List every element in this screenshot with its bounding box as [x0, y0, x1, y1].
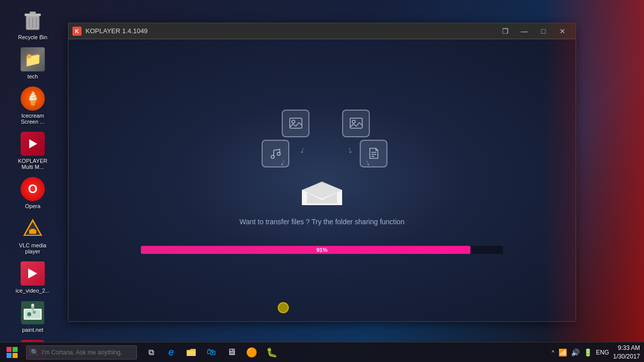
svg-point-24 [271, 155, 274, 158]
close-button[interactable]: ✕ [553, 24, 572, 38]
maximize-icon: □ [541, 27, 545, 35]
app-red-taskbar-icon[interactable]: 🐛 [263, 343, 281, 361]
svg-point-25 [277, 152, 280, 155]
edge-taskbar-icon[interactable]: e [162, 343, 180, 361]
svg-rect-34 [7, 353, 12, 358]
desktop-icons-area: Recycle Bin 📁 tech 🍦 Icecream Screen ... [0, 0, 65, 362]
restore-icon: ❐ [502, 27, 509, 35]
inbox-box [299, 172, 345, 208]
recycle-bin-icon [21, 8, 45, 32]
svg-rect-20 [290, 118, 302, 128]
photo-icon-2 [342, 110, 370, 137]
app-red-icon: 🐛 [266, 347, 277, 358]
search-input[interactable] [42, 349, 132, 356]
clock-date: 1/30/2017 [613, 352, 640, 361]
svg-rect-35 [13, 353, 18, 358]
desktop-icon-recycle-bin[interactable]: Recycle Bin [10, 5, 55, 43]
ice-video-icon [21, 261, 45, 286]
desktop-icon-icecream[interactable]: 🍦 Icecream Screen ... [10, 83, 55, 128]
svg-rect-2 [30, 12, 36, 14]
svg-point-15 [27, 312, 31, 316]
tray-chevron[interactable]: ^ [551, 349, 554, 355]
tech-label: tech [28, 73, 38, 79]
svg-marker-6 [29, 139, 37, 148]
taskbar: 🔍 ⧉ e 🛍 🖥 � [0, 342, 644, 362]
window-content: ↓ ↓ ↓ ↓ Want to transfer f [68, 39, 576, 321]
system-icon: 🖥 [227, 347, 236, 357]
svg-rect-33 [13, 347, 18, 352]
icecream-icon: 🍦 [21, 86, 45, 111]
search-icon: 🔍 [31, 348, 39, 356]
icecream-label: Icecream Screen ... [14, 113, 51, 125]
app-orange-taskbar-icon[interactable]: 🟠 [243, 343, 261, 361]
folder-icon [186, 347, 197, 358]
svg-point-23 [352, 120, 355, 123]
clock-time: 9:33 AM [613, 344, 640, 352]
svg-marker-11 [28, 268, 37, 279]
edge-icon: e [168, 346, 174, 358]
ice-video-label: ice_video_2... [16, 288, 50, 294]
koplayer-window-icon: K [72, 27, 82, 36]
minimize-icon: — [521, 27, 528, 35]
svg-rect-9 [29, 230, 36, 234]
arrow-1: ↓ [299, 144, 306, 156]
desktop-icon-opera[interactable]: O Opera [10, 174, 55, 212]
task-view-icon: ⧉ [148, 348, 154, 357]
koplayer-window: K KOPLAYER 1.4.1049 ❐ — □ ✕ [68, 23, 576, 322]
progress-label: 91% [316, 247, 328, 253]
progress-bar [141, 246, 470, 254]
vlc-icon [21, 216, 45, 240]
store-taskbar-icon[interactable]: 🛍 [202, 343, 220, 361]
koplayer-multi-icon [21, 132, 45, 156]
store-icon: 🛍 [207, 347, 216, 357]
start-button[interactable] [0, 342, 24, 363]
restore-button[interactable]: ❐ [496, 24, 514, 38]
svg-point-16 [33, 311, 36, 314]
minimize-button[interactable]: — [515, 24, 533, 38]
document-icon [360, 140, 387, 167]
task-view-button[interactable]: ⧉ [142, 343, 160, 361]
desktop-icon-paintnet[interactable]: paint.net [10, 298, 55, 336]
vlc-label: VLC media player [14, 242, 51, 254]
photo-icon-1 [282, 110, 309, 137]
window-title: KOPLAYER 1.4.1049 [86, 27, 496, 35]
desktop-icon-ice-video[interactable]: ice_video_2... [10, 258, 55, 297]
progress-area: 91% [141, 246, 503, 254]
svg-rect-32 [7, 347, 12, 352]
desktop-icon-vlc[interactable]: VLC media player [10, 213, 55, 257]
taskbar-app-icons: ⧉ e 🛍 🖥 🟠 🐛 [142, 343, 281, 361]
recycle-bin-label: Recycle Bin [18, 34, 47, 40]
tech-icon: 📁 [21, 47, 45, 71]
maximize-button[interactable]: □ [534, 24, 552, 38]
svg-rect-10 [31, 229, 35, 230]
taskbar-clock[interactable]: 9:33 AM 1/30/2017 [613, 344, 640, 361]
opera-label: Opera [25, 203, 41, 209]
system-tray: ^ 📶 🔊 🔋 ENG 9:33 AM 1/30/2017 [551, 344, 644, 361]
paintnet-icon [21, 301, 45, 325]
svg-rect-22 [350, 118, 362, 128]
desktop-icon-koplayer-multi[interactable]: KOPLAYER Multi M... [10, 129, 55, 173]
app-orange-icon: 🟠 [246, 347, 257, 358]
close-icon: ✕ [559, 27, 566, 35]
desktop-icon-tech[interactable]: 📁 tech [10, 44, 55, 82]
paintnet-label: paint.net [22, 327, 43, 333]
arrow-2: ↓ [346, 144, 353, 156]
progress-container: 91% [141, 246, 503, 254]
tray-sound-icon: 🔊 [571, 348, 580, 356]
system-taskbar-icon[interactable]: 🖥 [222, 343, 240, 361]
svg-point-21 [292, 120, 295, 123]
opera-icon: O [21, 177, 45, 201]
search-bar[interactable]: 🔍 [26, 345, 137, 359]
cursor [278, 302, 289, 313]
tray-network-icon: 📶 [558, 348, 567, 356]
transfer-text: Want to transfer files ? Try the folder … [239, 218, 405, 226]
tray-keyboard-icon: ENG [596, 349, 609, 356]
desktop: Recycle Bin 📁 tech 🍦 Icecream Screen ... [0, 0, 644, 362]
koplayer-multi-label: KOPLAYER Multi M... [14, 158, 51, 170]
transfer-illustration: ↓ ↓ ↓ ↓ [247, 107, 397, 208]
file-explorer-taskbar-icon[interactable] [182, 343, 200, 361]
window-titlebar: K KOPLAYER 1.4.1049 ❐ — □ ✕ [68, 23, 576, 39]
tray-battery-icon: 🔋 [584, 348, 592, 356]
window-controls: ❐ — □ ✕ [496, 24, 572, 38]
svg-point-18 [31, 304, 34, 307]
